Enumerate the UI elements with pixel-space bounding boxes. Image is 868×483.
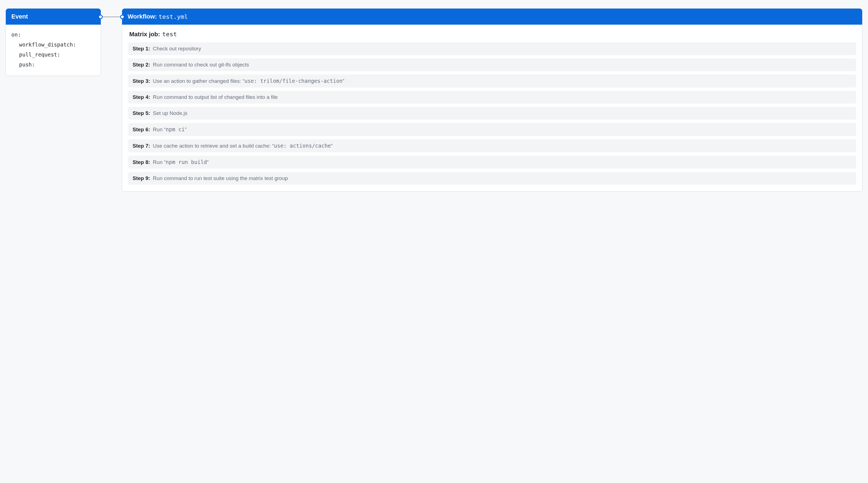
event-card-header: Event bbox=[6, 8, 101, 25]
event-card-body: on: workflow_dispatch:pull_request:push: bbox=[6, 25, 101, 76]
step-text: Use an action to gather changed files: “ bbox=[153, 78, 244, 84]
workflow-step: Step 3:Use an action to gather changed f… bbox=[128, 74, 856, 88]
workflow-step: Step 6:Run “npm ci” bbox=[128, 123, 856, 136]
step-description: Run “npm ci” bbox=[153, 126, 186, 133]
step-label: Step 6: bbox=[132, 127, 150, 133]
event-card: Event on: workflow_dispatch:pull_request… bbox=[5, 8, 101, 76]
step-label: Step 7: bbox=[132, 143, 150, 149]
job-title-prefix: Matrix job: bbox=[129, 31, 160, 38]
step-label: Step 8: bbox=[132, 159, 150, 165]
event-header-text: Event bbox=[11, 13, 28, 20]
step-text: Run “ bbox=[153, 159, 165, 165]
step-code: use: trilom/file-changes-action bbox=[244, 78, 343, 84]
step-description: Use an action to gather changed files: “… bbox=[153, 78, 344, 84]
step-description: Use cache action to retrieve and set a b… bbox=[153, 143, 333, 149]
connector-dot-right bbox=[120, 15, 125, 19]
job-name: test bbox=[162, 31, 177, 38]
connector-dot-left bbox=[98, 15, 103, 19]
workflow-step: Step 4:Run command to output list of cha… bbox=[128, 91, 856, 103]
step-text: ” bbox=[207, 159, 209, 165]
step-description: Run “npm run build” bbox=[153, 159, 209, 165]
step-description: Check out repository bbox=[153, 46, 201, 52]
event-code-root: on: bbox=[11, 30, 95, 39]
workflow-step: Step 7:Use cache action to retrieve and … bbox=[128, 139, 856, 152]
step-label: Step 4: bbox=[132, 94, 150, 100]
workflow-step: Step 8:Run “npm run build” bbox=[128, 156, 856, 169]
step-text: Set up Node.js bbox=[153, 110, 187, 116]
workflow-diagram: Event on: workflow_dispatch:pull_request… bbox=[5, 8, 863, 192]
step-text: Check out repository bbox=[153, 46, 201, 52]
workflow-header-prefix: Workflow: bbox=[128, 13, 157, 20]
step-description: Run command to run test suite using the … bbox=[153, 175, 288, 181]
event-trigger: pull_request: bbox=[11, 50, 95, 60]
step-label: Step 9: bbox=[132, 175, 150, 181]
workflow-filename: test.yml bbox=[159, 13, 188, 20]
step-label: Step 3: bbox=[132, 78, 150, 84]
step-text: Run “ bbox=[153, 127, 165, 132]
step-description: Run command to output list of changed fi… bbox=[153, 94, 278, 100]
event-trigger: workflow_dispatch: bbox=[11, 39, 95, 50]
connector bbox=[101, 8, 122, 24]
workflow-step: Step 9:Run command to run test suite usi… bbox=[128, 172, 856, 185]
workflow-step: Step 1:Check out repository bbox=[128, 42, 856, 55]
workflow-card-body: Matrix job: test Step 1:Check out reposi… bbox=[122, 25, 862, 191]
workflow-card-header: Workflow: test.yml bbox=[122, 8, 862, 25]
step-code: use: actions/cache bbox=[274, 143, 331, 149]
step-label: Step 5: bbox=[132, 110, 150, 116]
step-label: Step 1: bbox=[132, 46, 150, 52]
step-text: Run command to output list of changed fi… bbox=[153, 94, 278, 100]
step-text: Run command to check out git-lfs objects bbox=[153, 62, 249, 67]
workflow-card: Workflow: test.yml Matrix job: test Step… bbox=[122, 8, 863, 192]
step-text: ” bbox=[343, 78, 344, 84]
step-text: ” bbox=[185, 127, 186, 132]
event-trigger: push: bbox=[11, 60, 95, 69]
step-description: Set up Node.js bbox=[153, 110, 187, 116]
step-code: npm run build bbox=[166, 159, 207, 165]
workflow-step: Step 5:Set up Node.js bbox=[128, 107, 856, 120]
job-title: Matrix job: test bbox=[129, 31, 856, 38]
step-label: Step 2: bbox=[132, 62, 150, 68]
step-text: Run command to run test suite using the … bbox=[153, 175, 288, 181]
step-description: Run command to check out git-lfs objects bbox=[153, 62, 249, 68]
step-text: ” bbox=[331, 143, 333, 149]
workflow-step: Step 2:Run command to check out git-lfs … bbox=[128, 58, 856, 71]
step-code: npm ci bbox=[166, 126, 185, 132]
step-text: Use cache action to retrieve and set a b… bbox=[153, 143, 274, 149]
